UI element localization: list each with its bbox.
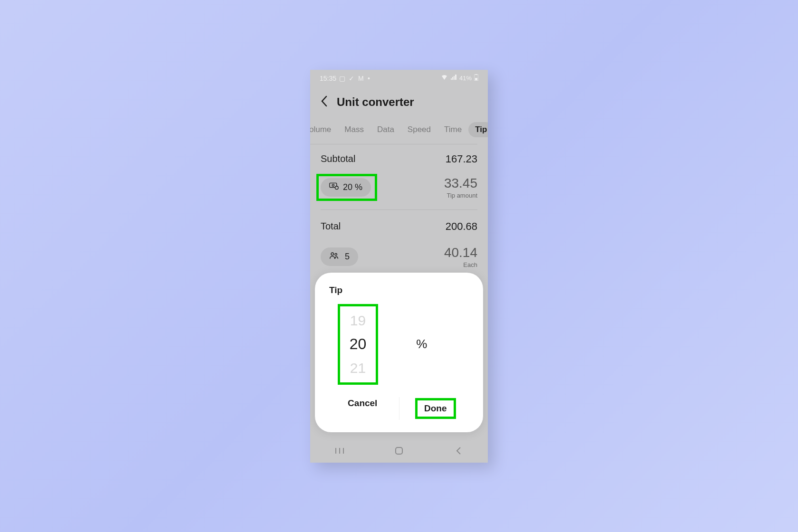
nav-recents-icon[interactable] [334,446,345,456]
cancel-button[interactable]: Cancel [326,393,399,424]
back-icon[interactable] [321,95,327,109]
phone-frame: 15:35 ▢ ✓ M • 41% Unit converter olume M… [310,70,488,463]
mail-icon: M [358,75,365,82]
tabs-row: olume Mass Data Speed Time Tip [310,122,477,144]
total-row: Total 200.68 [321,210,477,237]
picker-highlight: 19 20 21 [338,304,379,384]
cancel-label: Cancel [348,398,377,408]
more-dot-icon: • [368,75,370,82]
svg-rect-11 [396,447,402,454]
tab-time[interactable]: Time [437,122,468,137]
people-icon [329,252,339,262]
tip-amount: 33.45 [444,176,477,191]
each-col: 40.14 Each [444,245,477,268]
tip-amount-label: Tip amount [446,192,477,199]
tab-mass[interactable]: Mass [338,122,370,137]
sheet-buttons: Cancel Done [326,393,472,424]
tip-row: 20 % 33.45 Tip amount [321,169,477,210]
picker-prev[interactable]: 19 [350,309,366,332]
svg-point-6 [331,253,333,255]
picker-current[interactable]: 20 [350,332,367,356]
tip-percent-highlight: 20 % [316,174,377,201]
tab-speed[interactable]: Speed [401,122,437,137]
sheet-title: Tip [326,285,472,295]
tip-percent-pill[interactable]: 20 % [321,178,371,197]
tip-amount-col: 33.45 Tip amount [444,176,477,199]
money-icon [329,182,339,192]
tab-volume[interactable]: olume [310,122,338,137]
image-icon: ▢ [339,75,346,82]
content-area: Subtotal 167.23 20 % 33.45 Tip amount To… [310,144,488,277]
subtotal-value[interactable]: 167.23 [446,153,477,165]
app-header: Unit converter [310,87,488,117]
signal-icon [450,75,457,82]
battery-icon [474,74,478,82]
subtotal-row: Subtotal 167.23 [321,144,477,169]
tab-tip[interactable]: Tip [468,122,488,137]
svg-point-7 [335,253,337,255]
status-time: 15:35 [320,75,336,82]
page-title: Unit converter [337,95,414,109]
wifi-icon [441,75,448,82]
people-pill[interactable]: 5 [321,247,358,266]
nav-home-icon[interactable] [394,446,404,456]
subtotal-label: Subtotal [321,153,355,164]
done-button[interactable]: Done [415,398,456,419]
picker-next[interactable]: 21 [350,357,366,380]
tab-data[interactable]: Data [370,122,401,137]
check-icon: ✓ [349,75,355,82]
status-bar: 15:35 ▢ ✓ M • 41% [310,70,488,87]
done-button-wrap: Done [399,393,472,424]
nav-bar [310,439,488,463]
battery-percent: 41% [459,75,472,82]
percent-unit: % [416,337,427,352]
svg-point-4 [332,184,334,186]
tip-picker-sheet: Tip 19 20 21 % Cancel Done [315,273,483,432]
svg-rect-2 [475,74,477,75]
people-row: 5 40.14 Each [321,237,477,277]
total-value: 200.68 [446,220,477,233]
status-right: 41% [441,74,478,82]
tip-percent-value: 20 % [343,182,362,192]
people-count: 5 [345,252,350,262]
each-label: Each [463,261,477,268]
each-amount: 40.14 [444,245,477,260]
status-left: 15:35 ▢ ✓ M • [320,75,370,82]
svg-rect-1 [475,78,477,80]
svg-point-5 [335,186,339,190]
nav-back-icon[interactable] [453,446,464,456]
picker-area: 19 20 21 % [326,304,472,384]
total-label: Total [321,221,341,232]
done-label: Done [424,403,447,413]
